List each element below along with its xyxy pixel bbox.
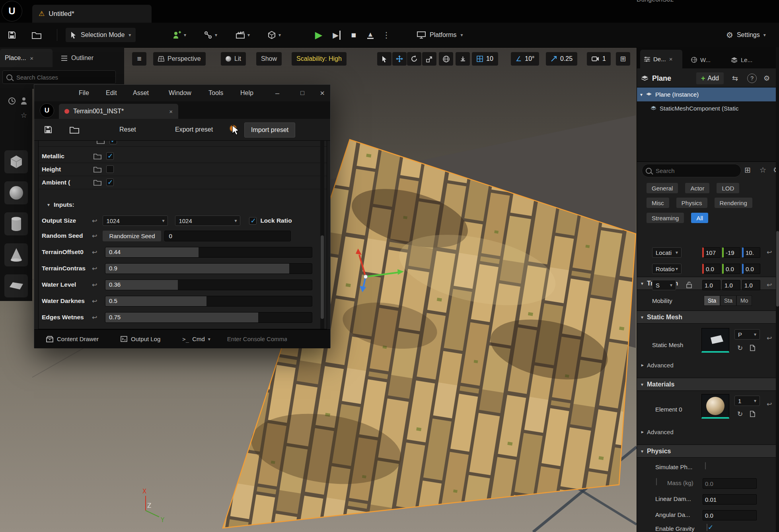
browse-to-asset-icon[interactable] bbox=[750, 345, 755, 351]
randomize-seed-button[interactable]: Randomize Seed bbox=[103, 231, 161, 241]
menu-asset[interactable]: Asset bbox=[133, 89, 149, 97]
reset-param-icon[interactable]: ↩ bbox=[92, 281, 97, 289]
close-icon[interactable]: × bbox=[669, 56, 673, 62]
enable-gravity-checkbox[interactable] bbox=[707, 524, 707, 531]
level-tab[interactable]: ⚠ Untitled* bbox=[32, 5, 152, 23]
tab-world-settings[interactable]: W... bbox=[687, 51, 723, 68]
menu-window[interactable]: Window bbox=[169, 89, 191, 97]
move-tool-button[interactable] bbox=[392, 52, 407, 66]
window-maximize-button[interactable]: □ bbox=[294, 85, 310, 101]
menu-tools[interactable]: Tools bbox=[208, 89, 223, 97]
window-close-button[interactable]: × bbox=[314, 85, 330, 101]
filter-streaming[interactable]: Streaming bbox=[647, 213, 684, 223]
location-x-field[interactable]: 107 bbox=[702, 247, 721, 258]
play-options-button[interactable]: ⋮ bbox=[380, 27, 392, 43]
mass-override-checkbox[interactable] bbox=[656, 478, 657, 485]
scale-y-field[interactable]: 1.0 bbox=[722, 280, 740, 290]
reset-location-icon[interactable]: ↩ bbox=[767, 249, 772, 256]
texture-browse-icon[interactable] bbox=[93, 153, 101, 159]
eject-button[interactable]: ▲ bbox=[362, 27, 378, 43]
filter-actor[interactable]: Actor bbox=[685, 183, 709, 193]
favorites-filter-icon[interactable]: ☆ bbox=[760, 165, 766, 175]
water-level-slider[interactable]: 0.36 bbox=[105, 280, 312, 290]
perspective-dropdown[interactable]: Perspective bbox=[153, 52, 206, 66]
window-minimize-button[interactable]: – bbox=[269, 85, 285, 101]
reset-param-icon[interactable]: ↩ bbox=[92, 217, 97, 225]
search-classes-input[interactable] bbox=[16, 74, 112, 81]
staticmesh-asset-dropdown[interactable]: P ▾ bbox=[734, 329, 760, 340]
output-width-dropdown[interactable]: 1024 ▾ bbox=[103, 216, 168, 226]
filter-lod[interactable]: LOD bbox=[717, 183, 739, 193]
menu-help[interactable]: Help bbox=[240, 89, 253, 97]
convert-actor-icon[interactable]: ⇆ bbox=[732, 74, 738, 83]
mobility-stationary-button[interactable]: Sta bbox=[720, 295, 736, 306]
reset-material-icon[interactable]: ↩ bbox=[767, 400, 772, 408]
height-checkbox[interactable] bbox=[106, 165, 114, 173]
reset-param-icon[interactable]: ↩ bbox=[92, 265, 97, 272]
use-selected-asset-icon[interactable]: ↻ bbox=[737, 344, 743, 352]
scrollbar-thumb[interactable] bbox=[776, 231, 779, 307]
add-component-button[interactable]: + Add bbox=[696, 72, 724, 84]
console-input-wrap[interactable] bbox=[226, 335, 287, 343]
selection-mode-dropdown[interactable]: Selection Mode ▾ bbox=[66, 28, 136, 42]
scale-lock-icon[interactable] bbox=[686, 282, 692, 288]
asset-browse-button[interactable] bbox=[67, 122, 82, 137]
tab-details[interactable]: De... × bbox=[640, 50, 682, 68]
ambient-checkbox[interactable] bbox=[106, 179, 114, 186]
cube-shape-button[interactable] bbox=[4, 150, 28, 173]
reset-staticmesh-icon[interactable]: ↩ bbox=[767, 334, 772, 342]
location-y-field[interactable]: -19 bbox=[722, 247, 740, 258]
display-options-icon[interactable]: ⊞ bbox=[744, 165, 751, 175]
scrollbar-thumb[interactable] bbox=[321, 235, 324, 319]
help-icon[interactable]: ? bbox=[747, 74, 757, 83]
unreal-logo[interactable]: U bbox=[2, 1, 22, 21]
world-local-toggle[interactable] bbox=[439, 52, 453, 66]
maximize-viewport-button[interactable]: ⊞ bbox=[616, 52, 630, 66]
lock-details-icon[interactable]: ⚙ bbox=[763, 74, 770, 83]
angular-damping-field[interactable]: 0.0 bbox=[703, 510, 757, 520]
camera-views-button[interactable]: 1 bbox=[587, 52, 611, 66]
import-preset-button[interactable]: Import preset bbox=[244, 122, 295, 138]
rotate-tool-button[interactable] bbox=[407, 52, 421, 66]
material-asset-dropdown[interactable]: 1 ▾ bbox=[734, 396, 760, 406]
expander-icon[interactable]: ▾ bbox=[640, 92, 643, 97]
mobility-static-button[interactable]: Sta bbox=[704, 295, 720, 306]
scale-dropdown[interactable]: S ▾ bbox=[652, 280, 676, 290]
output-log-button[interactable]: Output Log bbox=[121, 336, 160, 342]
basic-actors-icon[interactable] bbox=[19, 96, 29, 106]
save-button[interactable] bbox=[4, 27, 20, 43]
scale-tool-button[interactable] bbox=[422, 52, 436, 66]
metallic-checkbox[interactable] bbox=[106, 152, 114, 160]
scale-z-field[interactable]: 1.0 bbox=[742, 280, 760, 290]
use-selected-material-icon[interactable]: ↻ bbox=[737, 410, 743, 418]
terrain-offset-slider[interactable]: 0.44 bbox=[105, 247, 312, 258]
search-classes-box[interactable] bbox=[2, 70, 116, 84]
rotation-snap-button[interactable]: ∠ 10° bbox=[511, 52, 539, 66]
tree-row-root[interactable]: ▾ Plane (Instance) bbox=[637, 87, 779, 101]
close-icon[interactable]: × bbox=[169, 108, 173, 115]
surface-snap-button[interactable] bbox=[456, 52, 470, 66]
filter-physics[interactable]: Physics bbox=[676, 198, 707, 208]
platforms-dropdown[interactable]: Platforms ▾ bbox=[413, 28, 467, 42]
water-darkness-slider[interactable]: 0.5 bbox=[105, 296, 312, 307]
simulate-physics-checkbox[interactable] bbox=[705, 462, 706, 470]
reset-param-icon[interactable]: ↩ bbox=[92, 249, 97, 256]
texture-browse-icon[interactable] bbox=[97, 140, 105, 144]
texture-browse-icon[interactable] bbox=[93, 166, 101, 173]
details-scrollbar[interactable] bbox=[776, 47, 779, 532]
cone-shape-button[interactable] bbox=[4, 243, 28, 266]
cinematics-button[interactable]: ▾ bbox=[233, 28, 253, 42]
recent-icon[interactable] bbox=[7, 96, 17, 106]
staticmesh-thumbnail[interactable] bbox=[701, 328, 729, 353]
asset-save-button[interactable] bbox=[41, 122, 56, 137]
texture-browse-icon[interactable] bbox=[93, 179, 101, 186]
lock-ratio-checkbox[interactable] bbox=[249, 217, 257, 225]
filter-rendering[interactable]: Rendering bbox=[715, 198, 752, 208]
reset-button[interactable]: Reset bbox=[114, 123, 142, 136]
lit-dropdown[interactable]: Lit bbox=[221, 52, 246, 66]
select-tool-button[interactable] bbox=[377, 52, 391, 66]
browse-to-material-icon[interactable] bbox=[750, 411, 755, 417]
menu-edit[interactable]: Edit bbox=[106, 89, 117, 97]
scalability-button[interactable]: Scalability: High bbox=[292, 52, 347, 66]
output-height-dropdown[interactable]: 1024 ▾ bbox=[175, 216, 240, 226]
